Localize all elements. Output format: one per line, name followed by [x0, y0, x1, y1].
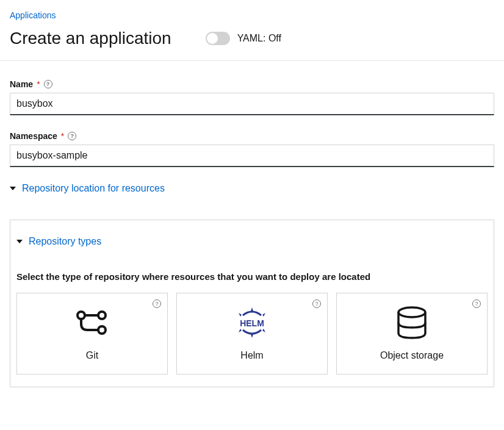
helm-icon: HELM: [234, 306, 270, 339]
name-input[interactable]: [10, 93, 494, 115]
chevron-down-icon: [16, 236, 23, 247]
page-title: Create an application: [10, 29, 171, 48]
chevron-down-icon: [10, 183, 16, 194]
help-icon[interactable]: ?: [153, 299, 161, 308]
required-indicator: *: [61, 131, 64, 141]
help-icon[interactable]: ?: [472, 299, 481, 308]
card-label-git: Git: [86, 350, 98, 361]
svg-text:HELM: HELM: [240, 318, 264, 328]
repo-types-label: Repository types: [29, 236, 101, 247]
breadcrumb-applications[interactable]: Applications: [10, 10, 56, 20]
svg-point-1: [98, 312, 106, 319]
repo-card-git[interactable]: ? Git: [16, 293, 168, 374]
repo-select-text: Select the type of repository where reso…: [16, 271, 488, 282]
name-label: Name: [10, 79, 33, 89]
object-storage-icon: [397, 306, 427, 339]
help-icon[interactable]: ?: [68, 132, 76, 140]
repo-card-object-storage[interactable]: ? Object storage: [336, 293, 488, 374]
svg-point-2: [98, 326, 106, 334]
help-icon[interactable]: ?: [312, 299, 321, 308]
card-label-helm: Helm: [240, 350, 263, 361]
repo-card-helm[interactable]: ? HELM: [176, 293, 328, 374]
repo-location-label: Repository location for resources: [22, 183, 165, 194]
namespace-input[interactable]: [10, 145, 494, 167]
required-indicator: *: [37, 79, 40, 89]
svg-point-4: [398, 307, 425, 317]
yaml-toggle[interactable]: [206, 32, 230, 45]
namespace-label: Namespace: [10, 131, 57, 141]
git-icon: [75, 306, 109, 339]
repo-panel: Repository types Select the type of repo…: [10, 220, 494, 387]
svg-point-0: [77, 312, 85, 319]
card-label-object-storage: Object storage: [380, 350, 444, 361]
help-icon[interactable]: ?: [44, 80, 52, 88]
repo-location-toggle[interactable]: Repository location for resources: [10, 183, 494, 194]
yaml-toggle-label: YAML: Off: [237, 33, 281, 44]
repo-types-toggle[interactable]: Repository types: [16, 236, 488, 247]
